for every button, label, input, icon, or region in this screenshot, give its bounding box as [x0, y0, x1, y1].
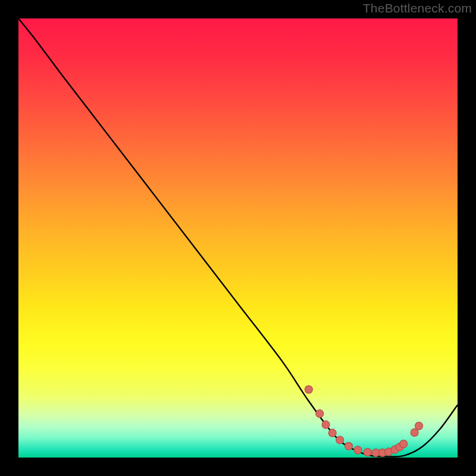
data-point — [354, 446, 362, 454]
data-point — [364, 449, 371, 456]
data-point — [316, 410, 324, 418]
data-point — [345, 442, 352, 450]
data-point — [400, 440, 408, 448]
chart-svg — [18, 18, 458, 458]
curve-path — [18, 18, 458, 457]
data-point — [415, 422, 423, 430]
data-point — [305, 386, 312, 393]
chart-stage: TheBottleneck.com — [0, 0, 476, 476]
data-point — [411, 428, 418, 436]
watermark-text: TheBottleneck.com — [363, 1, 472, 15]
plot-area — [18, 18, 458, 458]
data-point — [336, 436, 344, 444]
data-point — [322, 421, 330, 428]
data-point — [328, 429, 336, 437]
